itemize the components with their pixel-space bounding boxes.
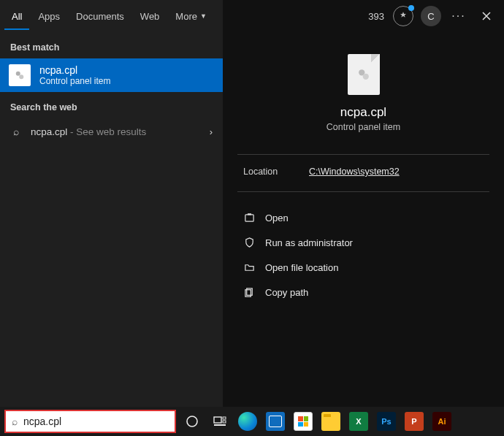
search-panel: All Apps Documents Web More ▼ Best match… <box>0 0 504 407</box>
svg-rect-10 <box>223 421 226 423</box>
tab-more-label: More <box>175 11 197 22</box>
app-mail[interactable] <box>264 410 287 433</box>
notification-dot-icon <box>408 5 414 11</box>
app-illustrator[interactable]: Ai <box>430 410 454 433</box>
copy-icon <box>243 286 255 298</box>
app-photoshop[interactable]: Ps <box>375 410 398 433</box>
app-excel[interactable]: X <box>347 410 370 433</box>
account-avatar[interactable]: C <box>421 6 441 26</box>
svg-rect-8 <box>214 417 221 423</box>
chevron-down-icon: ▼ <box>200 12 207 20</box>
best-match-subtitle: Control panel item <box>39 76 110 86</box>
tab-apps[interactable]: Apps <box>31 3 67 30</box>
action-open[interactable]: Open <box>233 205 494 230</box>
best-match-text: ncpa.cpl Control panel item <box>39 64 110 86</box>
action-copy-path-label: Copy path <box>265 287 308 298</box>
app-edge[interactable] <box>236 410 259 433</box>
taskbar-search-input[interactable] <box>23 416 169 427</box>
tab-more[interactable]: More ▼ <box>168 3 214 30</box>
app-file-explorer[interactable] <box>319 410 343 433</box>
rewards-points: 393 <box>368 11 384 22</box>
divider <box>237 191 489 192</box>
action-copy-path[interactable]: Copy path <box>233 280 494 305</box>
cortana-button[interactable] <box>180 410 204 433</box>
svg-rect-4 <box>245 214 253 221</box>
file-type-icon <box>348 54 380 95</box>
meta-location-label: Location <box>243 167 309 177</box>
search-icon: ⌕ <box>10 126 22 137</box>
tab-web[interactable]: Web <box>133 3 167 30</box>
action-open-location-label: Open file location <box>265 262 338 273</box>
action-run-admin[interactable]: Run as administrator <box>233 230 494 255</box>
chevron-right-icon: › <box>210 126 213 137</box>
svg-rect-11 <box>214 424 226 426</box>
taskbar-search-box[interactable]: ⌕ <box>4 410 176 433</box>
more-options-button[interactable]: ··· <box>448 6 469 26</box>
preview-subtitle: Control panel item <box>327 122 400 132</box>
scope-tabs: All Apps Documents Web More ▼ <box>0 0 223 32</box>
rewards-badge[interactable] <box>393 6 413 26</box>
actions-list: Open Run as administrator Open file loca… <box>223 201 504 309</box>
taskbar: ⌕ X Ps P Ai <box>0 407 504 436</box>
app-store[interactable] <box>291 410 315 433</box>
results-column: All Apps Documents Web More ▼ Best match… <box>0 0 223 407</box>
action-open-location[interactable]: Open file location <box>233 255 494 280</box>
folder-icon <box>243 261 255 273</box>
close-button[interactable] <box>476 6 497 26</box>
search-icon: ⌕ <box>12 416 18 427</box>
best-match-result[interactable]: ncpa.cpl Control panel item <box>0 58 223 92</box>
task-view-button[interactable] <box>208 410 232 433</box>
meta-location: Location C:\Windows\system32 <box>223 164 504 183</box>
preview-title: ncpa.cpl <box>340 105 386 120</box>
tab-documents[interactable]: Documents <box>69 3 131 30</box>
best-match-title: ncpa.cpl <box>39 64 110 76</box>
control-panel-file-icon <box>9 64 31 86</box>
action-run-admin-label: Run as administrator <box>265 237 353 248</box>
tab-all[interactable]: All <box>4 3 29 30</box>
action-open-label: Open <box>265 213 289 223</box>
preview-header: 393 C ··· <box>223 0 504 32</box>
app-powerpoint[interactable]: P <box>402 410 426 433</box>
svg-point-3 <box>362 74 368 80</box>
svg-rect-9 <box>223 417 226 419</box>
web-result[interactable]: ⌕ ncpa.cpl - See web results › <box>0 118 223 145</box>
section-best-match: Best match <box>0 32 223 58</box>
web-result-term: ncpa.cpl <box>31 126 67 137</box>
meta-location-value[interactable]: C:\Windows\system32 <box>309 167 400 177</box>
preview-column: 393 C ··· ncpa.cpl Control panel item Lo… <box>223 0 504 407</box>
preview-hero: ncpa.cpl Control panel item <box>223 32 504 145</box>
web-result-text: ncpa.cpl - See web results <box>31 126 201 137</box>
svg-point-7 <box>187 416 197 427</box>
open-icon <box>243 212 255 223</box>
shield-icon <box>243 237 255 248</box>
svg-point-1 <box>19 74 23 79</box>
section-search-web: Search the web <box>0 92 223 118</box>
svg-point-0 <box>16 72 20 76</box>
divider <box>237 154 489 155</box>
web-result-suffix: - See web results <box>67 126 146 137</box>
